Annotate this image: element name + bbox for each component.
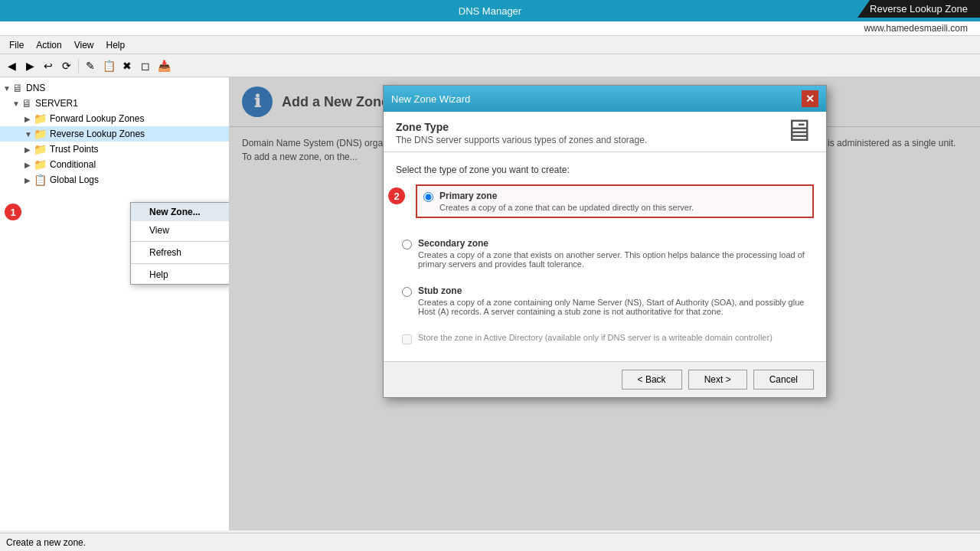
server-graphic-icon: 🖥	[783, 113, 814, 148]
expand-arrow-server: ▼	[12, 99, 21, 108]
folder-icon-forward: 📁	[34, 112, 47, 125]
checkbox-ad-label: Store the zone in Active Directory (avai…	[418, 333, 773, 342]
radio-stub-input[interactable]	[402, 287, 412, 297]
annotation-2: 2	[388, 187, 405, 204]
status-bar: Create a new zone.	[0, 533, 980, 551]
server-icon: 🖥	[21, 97, 32, 109]
toolbar: ◀ ▶ ↩ ⟳ ✎ 📋 ✖ ◻ 📥	[0, 54, 980, 77]
toolbar-import[interactable]: 📥	[155, 57, 172, 74]
checkbox-ad-option: Store the zone in Active Directory (avai…	[396, 328, 814, 349]
wizard-section-subtitle: The DNS server supports various types of…	[396, 135, 814, 145]
radio-primary-input[interactable]	[423, 192, 433, 202]
global-icon: 📋	[34, 174, 47, 186]
banner: Reverse Lookup Zone	[858, 0, 980, 18]
tree-item-dns[interactable]: ▼ 🖥 DNS	[0, 80, 229, 96]
content-panel: ℹ Add a New Zone Domain Name System (DNS…	[230, 77, 980, 530]
website-bar: www.hamedesmaeili.com	[0, 21, 980, 36]
toolbar-properties[interactable]: ◻	[137, 57, 154, 74]
wizard-section-header: 🖥 Zone Type The DNS server supports vari…	[384, 112, 826, 152]
annotation-1: 1	[5, 204, 21, 220]
wizard-question: Select the type of zone you want to crea…	[396, 165, 814, 175]
expand-arrow-reverse: ▼	[24, 130, 34, 139]
wizard-title: New Zone Wizard	[391, 93, 470, 105]
toolbar-up[interactable]: ↩	[40, 57, 57, 74]
context-menu: New Zone... View ▶ Refresh Help	[130, 202, 230, 285]
radio-stub-desc: Creates a copy of a zone containing only…	[418, 298, 808, 316]
menu-action[interactable]: Action	[30, 38, 67, 52]
radio-secondary-option[interactable]: Secondary zone Creates a copy of a zone …	[396, 233, 814, 273]
title-bar: DNS Manager Reverse Lookup Zone	[0, 0, 980, 21]
checkbox-ad-input[interactable]	[402, 334, 412, 344]
radio-primary-desc: Creates a copy of a zone that can be upd…	[439, 203, 694, 212]
expand-arrow-dns: ▼	[3, 84, 12, 93]
radio-primary-label: Primary zone	[439, 191, 694, 201]
wizard-window: New Zone Wizard ✕ 🖥 Zone Type The DNS se…	[383, 85, 827, 398]
wizard-close-button[interactable]: ✕	[802, 90, 818, 107]
radio-secondary-label: Secondary zone	[418, 238, 808, 249]
wizard-body: 🖥 Zone Type The DNS server supports vari…	[384, 112, 826, 361]
main-layout: 1 ▼ 🖥 DNS ▼ 🖥 SERVER1 ▶ 📁 Forward Lookup…	[0, 77, 980, 530]
radio-stub-option[interactable]: Stub zone Creates a copy of a zone conta…	[396, 281, 814, 321]
expand-arrow-conditional: ▶	[24, 161, 34, 169]
expand-arrow-forward: ▶	[24, 115, 34, 123]
radio-secondary-input[interactable]	[402, 240, 412, 249]
wizard-footer: < Back Next > Cancel	[384, 361, 826, 397]
context-refresh[interactable]: Refresh	[131, 243, 230, 262]
tree-item-conditional[interactable]: ▶ 📁 Conditional	[0, 157, 229, 172]
folder-icon-trust: 📁	[34, 143, 47, 155]
context-new-zone[interactable]: New Zone...	[131, 203, 230, 221]
dns-icon: 🖥	[12, 82, 23, 94]
app-title: DNS Manager	[459, 5, 521, 17]
menu-bar: File Action View Help	[0, 36, 980, 54]
menu-help[interactable]: Help	[100, 38, 132, 52]
tree-item-global[interactable]: ▶ 📋 Global Logs	[0, 172, 229, 187]
radio-primary-option[interactable]: Primary zone Creates a copy of a zone th…	[416, 184, 814, 218]
context-sep	[131, 241, 230, 242]
tree-item-reverse[interactable]: ▼ 📁 Reverse Lookup Zones	[0, 126, 229, 142]
folder-icon-conditional: 📁	[34, 158, 47, 171]
tree-item-server[interactable]: ▼ 🖥 SERVER1	[0, 96, 229, 111]
context-view[interactable]: View ▶	[131, 221, 230, 240]
wizard-titlebar: New Zone Wizard ✕	[384, 86, 826, 112]
toolbar-delete[interactable]: ✖	[119, 57, 136, 74]
back-button[interactable]: < Back	[622, 370, 682, 390]
expand-arrow-global: ▶	[24, 176, 34, 184]
expand-arrow-trust: ▶	[24, 145, 34, 154]
context-help[interactable]: Help	[131, 266, 230, 284]
toolbar-copy[interactable]: 📋	[100, 57, 117, 74]
cancel-button[interactable]: Cancel	[753, 370, 814, 390]
menu-view[interactable]: View	[68, 38, 100, 52]
folder-icon-reverse: 📁	[34, 128, 47, 140]
radio-secondary-desc: Creates a copy of a zone that exists on …	[418, 250, 808, 269]
wizard-content: Select the type of zone you want to crea…	[384, 152, 826, 361]
toolbar-sep1	[78, 59, 79, 73]
next-button[interactable]: Next >	[688, 370, 747, 390]
status-text: Create a new zone.	[6, 537, 86, 548]
toolbar-back[interactable]: ◀	[3, 57, 20, 74]
tree-item-trust[interactable]: ▶ 📁 Trust Points	[0, 142, 229, 157]
tree-panel: 1 ▼ 🖥 DNS ▼ 🖥 SERVER1 ▶ 📁 Forward Lookup…	[0, 77, 230, 530]
radio-stub-label: Stub zone	[418, 285, 808, 296]
wizard-section-title: Zone Type	[396, 121, 814, 133]
context-sep2	[131, 263, 230, 264]
tree-item-forward[interactable]: ▶ 📁 Forward Lookup Zones	[0, 111, 229, 126]
toolbar-edit[interactable]: ✎	[82, 57, 99, 74]
wizard-overlay: New Zone Wizard ✕ 🖥 Zone Type The DNS se…	[230, 77, 980, 530]
toolbar-refresh[interactable]: ⟳	[58, 57, 75, 74]
menu-file[interactable]: File	[3, 38, 30, 52]
toolbar-forward[interactable]: ▶	[21, 57, 38, 74]
